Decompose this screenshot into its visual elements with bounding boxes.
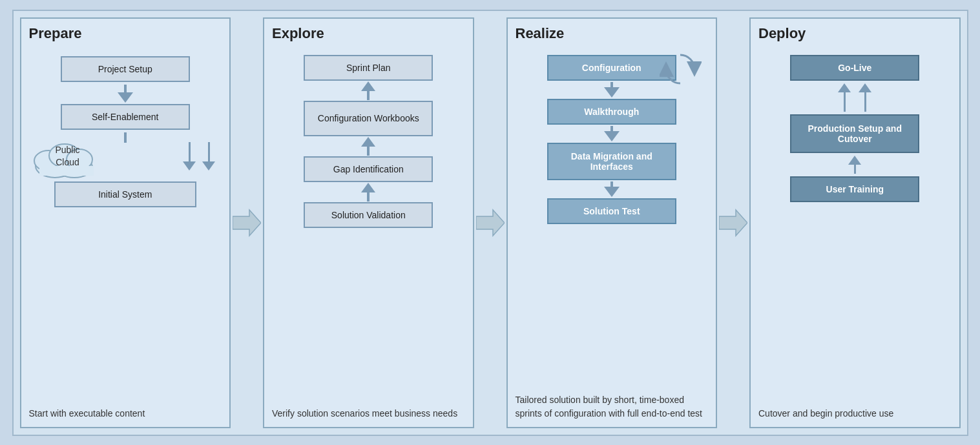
arrow-up-3 <box>361 183 375 202</box>
realize-description: Tailored solution built by short, time-b… <box>516 393 709 420</box>
config-workbooks-box: Configuration Workbooks <box>304 101 433 136</box>
explore-realize-connector <box>474 17 506 428</box>
realize-arrow-3 <box>604 181 620 197</box>
gap-identification-box: Gap Identification <box>304 156 433 182</box>
svg-marker-7 <box>476 210 505 236</box>
initial-system-box: Initial System <box>54 181 196 207</box>
deploy-content: Go-Live Production Setup and Cutover <box>758 50 952 400</box>
realize-title: Realize <box>516 25 709 42</box>
deploy-title: Deploy <box>758 25 952 42</box>
explore-content: Sprint Plan Configuration Workbooks Gap … <box>272 50 465 400</box>
explore-phase: Explore Sprint Plan Configuration Workbo… <box>263 17 474 428</box>
configuration-box: Configuration <box>547 55 676 81</box>
prepare-content: Project Setup Self-Enablement <box>29 50 222 400</box>
svg-marker-8 <box>719 210 747 236</box>
production-setup-box: Production Setup and Cutover <box>790 114 919 153</box>
solution-validation-box: Solution Validation <box>304 202 433 228</box>
project-setup-box: Project Setup <box>61 56 190 82</box>
explore-description: Verify solution scenarios meet business … <box>272 407 465 420</box>
prepare-phase: Prepare Project Setup Self-Enablement <box>20 17 231 428</box>
realize-phase: Realize Configuration <box>506 17 718 428</box>
walkthrough-box: Walkthrough <box>547 99 676 125</box>
prepare-explore-connector <box>231 17 263 428</box>
solution-test-box: Solution Test <box>547 198 676 224</box>
arrow-up-1 <box>361 81 375 100</box>
arrow-up-2 <box>361 137 375 156</box>
explore-title: Explore <box>272 25 465 42</box>
main-diagram: Prepare Project Setup Self-Enablement <box>12 10 968 436</box>
go-live-box: Go-Live <box>790 55 919 81</box>
deploy-arrows-up <box>838 83 871 112</box>
data-migration-box: Data Migration and Interfaces <box>547 143 676 180</box>
public-cloud-label: PublicCloud <box>55 144 79 167</box>
realize-deploy-connector <box>717 17 749 428</box>
self-enablement-box: Self-Enablement <box>61 104 190 130</box>
realize-arrow-1 <box>604 82 620 98</box>
deploy-description: Cutover and begin productive use <box>758 407 952 420</box>
realize-content: Configuration <box>516 50 709 387</box>
cycle-arrow-icon <box>660 48 702 93</box>
arrow-down-1 <box>118 85 133 103</box>
public-cloud-box: PublicCloud <box>29 134 107 179</box>
arrow-down-2a <box>124 132 127 143</box>
prepare-description: Start with executable content <box>29 407 222 420</box>
sprint-plan-box: Sprint Plan <box>304 55 433 81</box>
prepare-title: Prepare <box>29 25 222 42</box>
user-training-box: User Training <box>790 176 919 202</box>
deploy-arrow-up2 <box>848 156 861 174</box>
realize-arrow-2 <box>604 126 620 141</box>
deploy-phase: Deploy Go-Live Production Setup and Cuto… <box>749 17 961 428</box>
svg-marker-6 <box>233 210 261 236</box>
